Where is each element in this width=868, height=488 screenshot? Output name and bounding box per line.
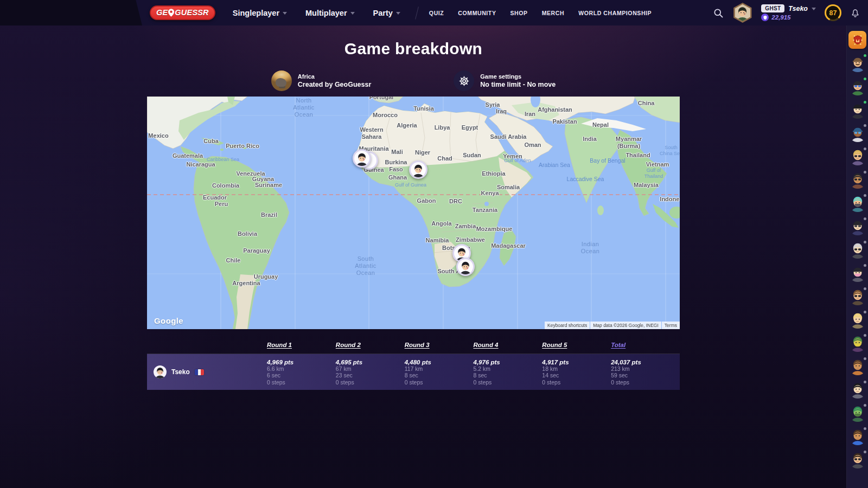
settings-info: Game settings No time limit - No move	[454, 70, 556, 91]
terms-link[interactable]: Terms	[662, 322, 680, 329]
chevron-down-icon	[812, 8, 816, 10]
round-detail: 6 sec	[267, 373, 336, 378]
friend-avatar-15[interactable]	[848, 380, 867, 399]
friend-avatar-2[interactable]	[848, 77, 867, 95]
party-crest-badge[interactable]	[848, 31, 866, 49]
column-header-round-3[interactable]: Round 3	[405, 342, 430, 348]
main-content: Game breakdown Africa Created by GeoGues…	[147, 40, 680, 390]
nav-menu-label: Party	[373, 9, 393, 17]
friend-avatar-1[interactable]	[848, 54, 867, 72]
game-info-row: Africa Created by GeoGuessr Game setting…	[147, 70, 680, 91]
round-detail: 18 km	[542, 366, 611, 372]
notifications-bell-icon[interactable]	[850, 8, 860, 18]
round-detail: 6.6 km	[267, 366, 336, 372]
round-points: 4,695 pts	[336, 359, 405, 365]
status-dot-offline	[863, 263, 867, 268]
friend-avatar-5[interactable]	[848, 147, 867, 165]
user-name: Tseko	[788, 5, 808, 12]
round-detail: 14 sec	[542, 373, 611, 378]
friend-avatar-17[interactable]	[848, 427, 867, 445]
nav-menu-multiplayer[interactable]: Multiplayer	[305, 9, 355, 17]
friend-avatar-9[interactable]	[848, 240, 867, 259]
status-dot-online	[863, 53, 867, 58]
user-menu[interactable]: GHST Tseko 22,915	[761, 4, 816, 21]
nav-link-quiz[interactable]: QUIZ	[429, 10, 444, 16]
round-detail: 0 steps	[542, 380, 611, 386]
round-detail: 0 steps	[611, 380, 680, 386]
round-points: 4,969 pts	[267, 359, 336, 365]
friend-avatar-18[interactable]	[848, 450, 867, 468]
chevron-down-icon	[283, 12, 287, 15]
friend-avatar-4[interactable]	[848, 124, 867, 142]
round-detail: 8 sec	[405, 373, 474, 378]
results-map[interactable]: NorthAtlanticOceanSouthAtlanticOceanIndi…	[147, 97, 680, 329]
nav-link-merch[interactable]: MERCH	[542, 10, 565, 16]
round-marker[interactable]	[353, 149, 371, 168]
level-badge[interactable]: 87	[825, 4, 841, 21]
friend-avatar-16[interactable]	[848, 403, 867, 422]
nav-menu-label: Multiplayer	[305, 9, 347, 17]
round-detail: 0 steps	[267, 380, 336, 386]
round-marker[interactable]	[456, 258, 475, 276]
nav-divider	[415, 7, 419, 20]
chevron-down-icon	[396, 12, 400, 15]
page-title: Game breakdown	[147, 40, 680, 58]
nav-menu-party[interactable]: Party	[373, 9, 400, 17]
friend-avatar-10[interactable]	[848, 264, 867, 282]
column-header-total[interactable]: Total	[611, 342, 626, 348]
friend-avatar-3[interactable]	[848, 100, 867, 119]
clan-tag-badge: GHST	[761, 4, 784, 12]
nav-link-shop[interactable]: SHOP	[510, 10, 528, 16]
user-avatar-image	[734, 4, 751, 21]
map-attribution: Keyboard shortcuts Map data ©2026 Google…	[544, 322, 680, 329]
round-detail: 117 km	[405, 366, 474, 372]
column-header-round-5[interactable]: Round 5	[542, 342, 567, 348]
friend-avatar-6[interactable]	[848, 170, 867, 189]
column-header-round-4[interactable]: Round 4	[474, 342, 499, 348]
user-avatar[interactable]	[732, 3, 752, 23]
friend-avatar-13[interactable]	[848, 333, 867, 352]
friend-avatar-11[interactable]	[848, 287, 867, 305]
map-info: Africa Created by GeoGuessr	[271, 70, 371, 91]
round-points: 4,917 pts	[542, 359, 611, 365]
player-cell: Tseko	[147, 365, 267, 378]
navbar-right: GHST Tseko 22,915 87	[713, 3, 868, 23]
world-map-graphic	[147, 97, 680, 329]
top-navbar: GE GUESSR SingleplayerMultiplayerParty Q…	[0, 0, 868, 25]
player-avatar	[154, 365, 167, 378]
table-row[interactable]: Tseko4,969 pts6.6 km6 sec0 steps4,695 pt…	[147, 354, 680, 390]
nav-link-community[interactable]: COMMUNITY	[458, 10, 496, 16]
results-table: Round 1Round 2Round 3Round 4Round 5Total…	[147, 342, 680, 390]
round-detail: 0 steps	[336, 380, 405, 386]
round-points: 4,976 pts	[474, 359, 542, 365]
flag-icon-france	[195, 369, 204, 375]
status-dot-offline	[863, 450, 867, 454]
level-number: 87	[826, 6, 840, 20]
status-dot-online	[863, 100, 867, 105]
round-detail: 59 sec	[611, 373, 680, 378]
coin-icon	[761, 14, 769, 21]
nav-link-world-championship[interactable]: WORLD CHAMPIONSHIP	[578, 10, 652, 16]
status-dot-offline	[863, 193, 867, 198]
status-dot-offline	[863, 356, 867, 361]
friend-avatar-12[interactable]	[848, 310, 867, 329]
column-header-round-1[interactable]: Round 1	[267, 342, 292, 348]
round-stats-5: 4,917 pts18 km14 sec0 steps	[542, 359, 611, 386]
geoguessr-logo[interactable]: GE GUESSR	[150, 5, 215, 20]
status-dot-offline	[863, 403, 867, 408]
round-detail: 0 steps	[474, 380, 542, 386]
search-icon[interactable]	[713, 8, 724, 18]
friend-avatar-14[interactable]	[848, 357, 867, 375]
round-stats-3: 4,480 pts117 km8 sec0 steps	[405, 359, 474, 386]
round-marker[interactable]	[409, 160, 427, 179]
google-logo: Google	[154, 316, 183, 325]
friend-avatar-7[interactable]	[848, 194, 867, 212]
status-dot-offline	[863, 286, 867, 291]
status-dot-offline	[863, 426, 867, 431]
friend-avatar-8[interactable]	[848, 217, 867, 235]
nav-menu-singleplayer[interactable]: Singleplayer	[233, 9, 287, 17]
results-header: Round 1Round 2Round 3Round 4Round 5Total	[147, 342, 680, 354]
map-name: Africa	[298, 73, 371, 80]
keyboard-shortcuts-link[interactable]: Keyboard shortcuts	[545, 322, 590, 329]
column-header-round-2[interactable]: Round 2	[336, 342, 361, 348]
